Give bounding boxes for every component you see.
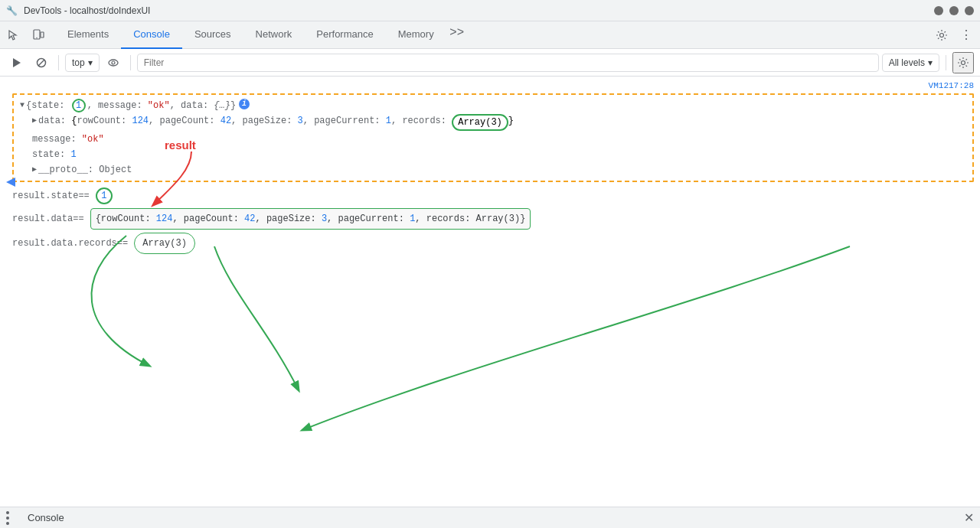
info-icon[interactable]: i (239, 99, 250, 109)
bottom-console-label: Console (28, 512, 64, 523)
console-body: VM1217:28 ▼ { state: 1 , message: "ok" ,… (0, 77, 980, 507)
cursor-icon (8, 29, 20, 41)
tab-elements[interactable]: Elements (55, 21, 121, 49)
data-arrow-green (214, 246, 299, 390)
svg-marker-4 (13, 58, 21, 67)
minimize-button[interactable] (934, 6, 943, 15)
result-object-box: ▼ { state: 1 , message: "ok" , data: {…}… (12, 93, 974, 182)
block-icon (36, 57, 47, 68)
bottom-close-button[interactable]: ✕ (964, 510, 974, 525)
data-property-line: ▶ data : { rowCount: 124 , pageCount: 42… (20, 113, 966, 132)
object-root-line: ▼ { state: 1 , message: "ok" , data: {…}… (20, 98, 966, 113)
state-property-line: state: 1 (20, 147, 966, 162)
vm-reference[interactable]: VM1217:28 (0, 80, 980, 92)
tab-bar-left-icons (3, 24, 49, 46)
proto-property-line: ▶ __proto__ : Object (20, 162, 966, 178)
tab-performance[interactable]: Performance (304, 21, 385, 49)
svg-point-2 (36, 37, 37, 37)
array-arrow-green (302, 246, 850, 430)
toolbar-divider-2 (130, 55, 131, 70)
context-selector[interactable]: top ▾ (65, 54, 100, 72)
expressions-area: result.state== 1 result.data== {rowCount… (0, 184, 980, 257)
block-button[interactable] (31, 52, 52, 73)
more-tabs-button[interactable]: >> (446, 21, 468, 43)
device-toggle-button[interactable] (28, 24, 49, 46)
toolbar-divider (58, 55, 59, 70)
tab-bar-right-icons: ⋮ (931, 24, 977, 46)
svg-line-6 (38, 60, 44, 66)
log-level-selector[interactable]: All levels ▾ (882, 54, 939, 72)
svg-point-9 (962, 60, 965, 64)
console-toolbar: top ▾ All levels ▾ (0, 49, 980, 77)
window-controls (934, 6, 974, 15)
eye-icon (108, 57, 119, 68)
clear-console-button[interactable] (6, 52, 28, 73)
data-expression-line: result.data== {rowCount: 124, pageCount:… (12, 208, 968, 230)
eye-button[interactable] (103, 52, 124, 73)
data-expand-icon[interactable]: ▶ (32, 114, 37, 128)
toolbar-divider-3 (946, 55, 946, 70)
tab-sources[interactable]: Sources (182, 21, 243, 49)
bottom-bar: Console ✕ (0, 507, 980, 528)
title-bar: 🔧 DevTools - localhost/doIndexUI (0, 0, 980, 21)
device-icon (32, 29, 44, 41)
tab-bar: Elements Console Sources Network Perform… (0, 21, 980, 49)
tab-console[interactable]: Console (121, 21, 182, 49)
console-settings-button[interactable] (952, 52, 974, 73)
svg-point-3 (940, 33, 944, 37)
expand-icon[interactable]: ▼ (20, 99, 24, 112)
devtools-container: Elements Console Sources Network Perform… (0, 21, 980, 528)
close-window-button[interactable] (965, 6, 974, 15)
svg-rect-1 (41, 32, 44, 37)
svg-point-8 (112, 61, 115, 64)
records-expression-line: result.data.records== Array(3) (12, 233, 968, 254)
gear-icon (936, 29, 948, 41)
records-expression-value: Array(3) (134, 233, 195, 254)
play-icon (11, 57, 22, 68)
customize-button[interactable]: ⋮ (956, 24, 977, 46)
data-expression-value: {rowCount: 124, pageCount: 42, pageSize:… (90, 208, 531, 230)
proto-expand-icon[interactable]: ▶ (32, 163, 37, 177)
console-content: VM1217:28 ▼ { state: 1 , message: "ok" ,… (0, 77, 980, 260)
tab-memory[interactable]: Memory (386, 21, 446, 49)
svg-point-7 (109, 60, 118, 66)
bottom-menu-button[interactable] (6, 510, 21, 526)
settings-button[interactable] (931, 24, 952, 46)
console-gear-icon (957, 57, 969, 69)
favicon-icon: 🔧 (6, 5, 18, 16)
window-title: DevTools - localhost/doIndexUI (24, 5, 928, 16)
state-expression-line: result.state== 1 (12, 187, 968, 205)
inspect-element-button[interactable] (3, 24, 24, 46)
maximize-button[interactable] (949, 6, 959, 15)
filter-input[interactable] (137, 54, 879, 72)
tab-network[interactable]: Network (243, 21, 305, 49)
tab-list: Elements Console Sources Network Perform… (55, 21, 468, 49)
message-property-line: message: "ok" (20, 132, 966, 147)
